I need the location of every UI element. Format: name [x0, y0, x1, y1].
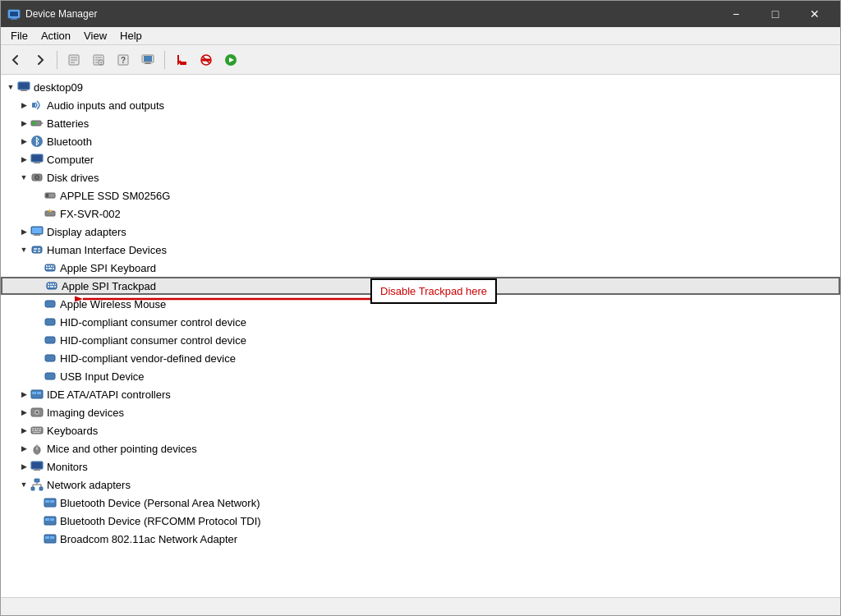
svg-rect-112 — [50, 500, 54, 503]
tree-item-display[interactable]: ▶ Display adapters — [1, 223, 840, 241]
display-button[interactable] — [136, 48, 159, 71]
keyboard-icon — [30, 424, 44, 437]
svg-rect-61 — [48, 265, 50, 267]
minimize-button[interactable]: − — [717, 1, 755, 27]
svg-rect-100 — [32, 462, 42, 468]
tree-item-monitors[interactable]: ▶ Monitors — [1, 457, 840, 476]
enable-button[interactable] — [219, 48, 242, 71]
expand-batteries[interactable]: ▶ — [17, 117, 30, 130]
tree-item-hid-consumer1[interactable]: ▶ HID-compliant consumer control device — [1, 313, 840, 331]
disable-button[interactable] — [195, 48, 218, 71]
bt-pan-icon — [44, 496, 57, 509]
maximize-button[interactable]: □ — [756, 1, 794, 27]
svg-rect-104 — [31, 487, 34, 490]
update-driver-button[interactable]: ? — [87, 48, 110, 71]
back-button[interactable] — [4, 48, 27, 71]
menu-action[interactable]: Action — [34, 28, 77, 44]
svg-rect-54 — [32, 246, 42, 253]
svg-rect-70 — [53, 283, 54, 285]
tree-item-apple-kbd[interactable]: ▶ Apple SPI Keyboard — [1, 259, 840, 277]
tree-item-usb-input[interactable]: ▶ USB Input Device — [1, 367, 840, 385]
display-label: Display adapters — [47, 226, 126, 238]
tree-item-apple-ssd[interactable]: ▶ APPLE SSD SM0256G — [1, 186, 840, 205]
hid-label: Human Interface Devices — [47, 244, 167, 256]
tree-item-computer[interactable]: ▶ Computer — [1, 150, 840, 168]
tree-item-hid-consumer2[interactable]: ▶ HID-compliant consumer control device — [1, 331, 840, 349]
help-button[interactable]: ? — [112, 48, 135, 71]
hid-consumer2-label: HID-compliant consumer control device — [60, 334, 246, 347]
svg-rect-118 — [50, 536, 54, 539]
close-button[interactable]: ✕ — [796, 1, 834, 27]
expand-mice[interactable]: ▶ — [17, 442, 30, 455]
expand-root[interactable]: ▼ — [4, 80, 17, 94]
svg-rect-81 — [32, 392, 36, 394]
expand-computer[interactable]: ▶ — [17, 153, 30, 166]
tree-item-mice[interactable]: ▶ Mice and other pointing devices — [1, 439, 840, 457]
menu-help[interactable]: Help — [113, 28, 149, 44]
svg-rect-1 — [10, 11, 18, 16]
expand-ide[interactable]: ▶ — [17, 388, 30, 401]
disk-label: Disk drives — [47, 172, 99, 184]
device-tree[interactable]: ▼ desktop09 ▶ — [1, 75, 840, 597]
apple-trackpad-label: Apple SPI Trackpad — [62, 280, 156, 292]
hid-consumer2-icon — [44, 333, 57, 347]
svg-rect-90 — [39, 428, 41, 430]
apple-kbd-label: Apple SPI Keyboard — [60, 262, 156, 274]
svg-rect-88 — [34, 428, 36, 430]
apple-kbd-icon — [44, 261, 57, 274]
bt-rfcomm-label: Bluetooth Device (RFCOMM Protocol TDI) — [60, 515, 261, 527]
svg-rect-29 — [21, 90, 27, 91]
expand-imaging[interactable]: ▶ — [17, 406, 30, 419]
svg-rect-44 — [46, 194, 48, 197]
broadcom-icon — [44, 532, 57, 545]
tree-item-root[interactable]: ▼ desktop09 — [1, 78, 840, 96]
menu-view[interactable]: View — [77, 28, 113, 44]
expand-disk[interactable]: ▼ — [17, 171, 30, 184]
tree-item-bt-rfcomm[interactable]: ▶ Bluetooth Device (RFCOMM Protocol TDI) — [1, 512, 840, 530]
forward-button[interactable] — [29, 48, 52, 71]
expand-hid[interactable]: ▼ — [17, 243, 30, 256]
ide-icon — [30, 388, 44, 401]
tree-item-batteries[interactable]: ▶ Batteries — [1, 114, 840, 132]
apple-ssd-label: APPLE SSD SM0256G — [60, 190, 170, 202]
tree-item-disk[interactable]: ▼ Disk drives — [1, 168, 840, 186]
expand-keyboards[interactable]: ▶ — [17, 424, 30, 437]
svg-rect-111 — [45, 500, 49, 503]
svg-rect-102 — [34, 470, 40, 471]
tree-item-fx-svr[interactable]: ▶ ! FX-SVR-002 — [1, 205, 840, 223]
mice-icon — [30, 442, 44, 455]
expand-bluetooth[interactable]: ▶ — [17, 135, 30, 148]
apple-trackpad-icon — [45, 279, 58, 292]
tree-item-broadcom[interactable]: ▶ Broadcom 802.11ac Network Adapter — [1, 530, 840, 548]
svg-rect-55 — [34, 248, 37, 250]
hid-vendor-icon — [44, 352, 57, 365]
svg-rect-103 — [34, 479, 39, 482]
display-icon — [30, 225, 44, 238]
tree-item-network[interactable]: ▼ Network adapters — [1, 476, 840, 494]
expand-monitors[interactable]: ▶ — [17, 460, 30, 473]
tree-item-imaging[interactable]: ▶ Imaging devices — [1, 403, 840, 421]
tree-item-hid-vendor[interactable]: ▶ HID-compliant vendor-defined device — [1, 349, 840, 367]
expand-audio[interactable]: ▶ — [17, 99, 30, 112]
tree-item-audio[interactable]: ▶ Audio inputs and outputs — [1, 96, 840, 114]
svg-rect-66 — [53, 268, 54, 269]
tree-item-keyboards[interactable]: ▶ Keyboards — [1, 421, 840, 439]
svg-rect-19 — [145, 63, 151, 64]
svg-rect-38 — [34, 162, 39, 163]
expand-network[interactable]: ▼ — [17, 478, 30, 491]
menu-file[interactable]: File — [4, 28, 34, 44]
battery-icon — [30, 117, 44, 130]
expand-display[interactable]: ▶ — [17, 225, 30, 238]
tree-item-bluetooth[interactable]: ▶ ᛒ Bluetooth — [1, 132, 840, 150]
scan-button[interactable] — [170, 48, 193, 71]
svg-rect-89 — [37, 428, 39, 430]
window-controls: − □ ✕ — [717, 1, 834, 27]
tree-item-apple-mouse[interactable]: ▶ Apple Wireless Mouse — [1, 295, 840, 313]
tree-item-bt-pan[interactable]: ▶ Bluetooth Device (Personal Area Networ… — [1, 494, 840, 512]
tree-item-apple-trackpad[interactable]: ▶ Apple SPI Trackpad — [1, 277, 840, 295]
fx-svr-icon: ! — [44, 207, 57, 220]
tree-item-ide[interactable]: ▶ IDE ATA/ATAPI controllers — [1, 385, 840, 403]
properties-button[interactable] — [62, 48, 85, 71]
bluetooth-label: Bluetooth — [47, 136, 92, 148]
tree-item-hid[interactable]: ▼ Human Interface Devices — [1, 241, 840, 259]
